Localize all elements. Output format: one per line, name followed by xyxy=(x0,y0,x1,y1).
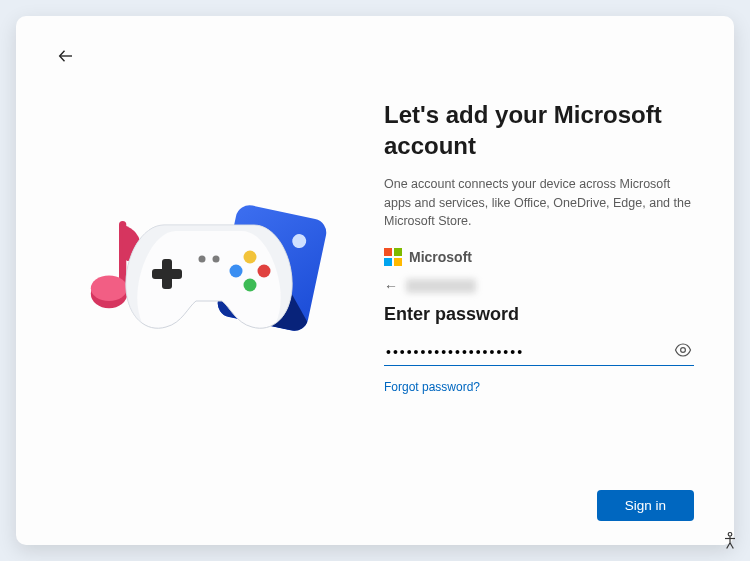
signin-button[interactable]: Sign in xyxy=(597,490,694,521)
password-heading: Enter password xyxy=(384,304,694,325)
game-controller-icon xyxy=(124,207,294,337)
main-content: Let's add your Microsoft account One acc… xyxy=(56,74,694,472)
password-input[interactable] xyxy=(384,339,694,366)
illustration-pane xyxy=(56,74,364,472)
account-email-row[interactable]: ← xyxy=(384,278,694,294)
account-email-redacted xyxy=(406,279,476,293)
svg-line-16 xyxy=(730,543,733,549)
email-back-arrow-icon[interactable]: ← xyxy=(384,278,398,294)
svg-point-12 xyxy=(728,533,732,537)
brand-name: Microsoft xyxy=(409,249,472,265)
forgot-password-link[interactable]: Forgot password? xyxy=(384,380,694,394)
password-field-row xyxy=(384,339,694,366)
back-row xyxy=(56,46,694,74)
svg-point-9 xyxy=(199,256,206,263)
svg-point-7 xyxy=(258,265,271,278)
form-pane: Let's add your Microsoft account One acc… xyxy=(384,74,694,472)
svg-point-6 xyxy=(230,265,243,278)
page-title: Let's add your Microsoft account xyxy=(384,100,694,161)
accessibility-icon[interactable] xyxy=(720,531,740,555)
svg-point-11 xyxy=(681,347,686,352)
hero-illustration xyxy=(80,173,340,373)
svg-line-15 xyxy=(727,543,730,549)
svg-point-10 xyxy=(213,256,220,263)
svg-point-5 xyxy=(244,251,257,264)
page-subtitle: One account connects your device across … xyxy=(384,175,694,229)
svg-rect-4 xyxy=(152,269,182,279)
footer-row: Sign in xyxy=(56,490,694,521)
back-button[interactable] xyxy=(56,46,76,66)
show-password-icon[interactable] xyxy=(674,341,692,363)
svg-point-8 xyxy=(244,279,257,292)
oobe-window: Let's add your Microsoft account One acc… xyxy=(16,16,734,545)
microsoft-logo-icon xyxy=(384,248,402,266)
svg-point-2 xyxy=(91,276,127,301)
arrow-left-icon xyxy=(57,47,75,65)
brand-row: Microsoft xyxy=(384,248,694,266)
